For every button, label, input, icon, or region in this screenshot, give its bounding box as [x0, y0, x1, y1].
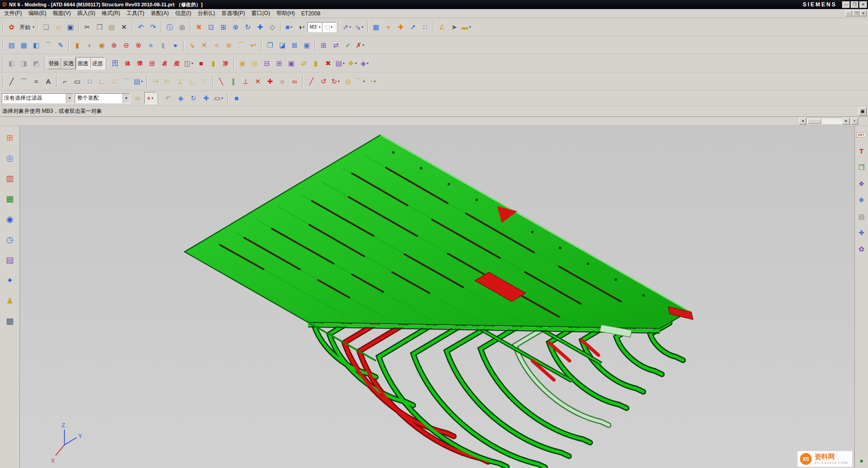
new-component-button[interactable]: ▣ [285, 57, 297, 69]
hole-button[interactable]: ◉ [96, 39, 108, 51]
zoom-in-out-button[interactable]: ⊕ [229, 21, 242, 33]
3d-model-roof-structure[interactable]: ZYX [20, 126, 854, 468]
menu-item-window[interactable]: 窗口(O) [248, 9, 273, 18]
pan-button[interactable]: ✚ [200, 92, 212, 104]
sketch-fillet-button[interactable]: ∟ [96, 75, 108, 87]
scroll-left-button[interactable]: ◄ [799, 118, 806, 125]
chain-select-button[interactable]: ∞ [132, 92, 144, 104]
show-hide-button[interactable]: ✖ [193, 21, 205, 33]
double-circle-button[interactable]: ∞ [288, 75, 301, 87]
paste-button[interactable]: ▤ [106, 21, 118, 33]
move-object-button[interactable]: ⇗▼ [341, 21, 353, 33]
quick-extend-button[interactable]: ⊢ [161, 75, 174, 87]
selection-filter-arrow-icon[interactable]: ▼ [66, 94, 73, 103]
clipboard-button-dropdown-arrow-icon[interactable]: ▼ [342, 62, 345, 65]
cross-mark-button[interactable]: ✕ [252, 75, 264, 87]
mirror-feature-button[interactable]: ⇄ [330, 39, 342, 51]
extrude-button[interactable]: ▮ [71, 39, 83, 51]
arc-ccw-button[interactable]: ↺ [317, 75, 330, 87]
center-grid-button[interactable]: ⊞ [146, 57, 158, 69]
red-segment-button[interactable]: ╱ [305, 75, 317, 87]
component-cylinder-button[interactable]: ▮ [310, 57, 322, 69]
background-box-dropdown-arrow-icon[interactable]: ▼ [330, 26, 333, 29]
body-button[interactable]: 体 [122, 57, 134, 69]
center-circle-button[interactable]: ◎ [342, 75, 354, 87]
render-style-button-dropdown-arrow-icon[interactable]: ▼ [302, 26, 305, 29]
section-curve-button[interactable]: ≈ [210, 39, 223, 51]
trimmed-sheet-button[interactable]: ◪ [276, 39, 288, 51]
marquee-select-button-dropdown-arrow-icon[interactable]: ▼ [221, 97, 224, 100]
web-browser-tab[interactable]: ◉ [3, 213, 17, 226]
part-navigator-tab[interactable]: ▥ [3, 172, 17, 185]
conic-button[interactable]: ◔▼ [366, 75, 379, 87]
view-preset-box-dropdown-arrow-icon[interactable]: ▼ [318, 26, 321, 29]
orbit-button[interactable]: ↻ [187, 92, 200, 104]
interference-button[interactable]: 涉 [219, 57, 232, 69]
text-button[interactable]: A [42, 75, 54, 87]
template-tool-icon[interactable]: T [856, 146, 867, 156]
snap-point-button[interactable]: ⌖▼ [144, 92, 156, 104]
wrap-curve-button[interactable]: ↩ [247, 39, 259, 51]
view-preset-box[interactable]: M3▼ [307, 22, 322, 32]
menu-item-tools[interactable]: 工具(T) [123, 9, 147, 18]
cut-button[interactable]: ✂ [81, 21, 93, 33]
wave-link-button[interactable]: ◈▼ [359, 57, 371, 69]
assembly-navigator-tab[interactable]: ⊞ [3, 131, 17, 144]
rectangle-button[interactable]: ▭ [71, 75, 83, 87]
wave-link-button-dropdown-arrow-icon[interactable]: ▼ [366, 62, 369, 65]
group-button[interactable]: ▤▼ [132, 75, 145, 87]
group-button-dropdown-arrow-icon[interactable]: ▼ [141, 80, 143, 83]
offset-curve-button[interactable]: ≅ [223, 39, 235, 51]
selection-scope-dropdown[interactable]: 整个装配 ▼ [75, 93, 130, 103]
clipboard-button[interactable]: ▤▼ [334, 57, 346, 69]
measure-ruler-button-dropdown-arrow-icon[interactable]: ▼ [468, 26, 471, 29]
green-ball-icon[interactable]: ● [856, 455, 867, 465]
selection-scope-arrow-icon[interactable]: ▼ [122, 94, 130, 103]
menu-item-preferences[interactable]: 首选项(P) [218, 9, 248, 18]
selection-filter-dropdown[interactable]: 没有选择过滤器 ▼ [2, 93, 73, 103]
profile-button[interactable]: ⌐ [59, 75, 71, 87]
find-button[interactable]: ◎ [176, 21, 188, 33]
delete-component-button[interactable]: ✖ [322, 57, 334, 69]
scene-background-tab[interactable]: ▩ [3, 315, 17, 328]
edit-suppress-button[interactable]: ✓ [342, 39, 354, 51]
green-stack-icon[interactable]: ❐ [856, 162, 867, 172]
divide-curve-button[interactable]: ∵ [198, 75, 210, 87]
object-info-button[interactable]: ⓘ [164, 21, 176, 33]
vector-button[interactable]: ↗ [407, 21, 419, 33]
intersect-button[interactable]: ⊗ [132, 39, 145, 51]
menu-item-file[interactable]: 文件(F) [1, 9, 25, 18]
system-scenes-tab[interactable]: ▤ [3, 254, 17, 266]
shaded-display-button[interactable]: ■▼ [283, 21, 295, 33]
molecule-purple-icon[interactable]: ❖ [856, 179, 867, 188]
menu-item-insert[interactable]: 插入(S) [74, 9, 98, 18]
remove-parameters-button-dropdown-arrow-icon[interactable]: ▼ [362, 44, 365, 47]
revolve-button[interactable]: ◗ [83, 39, 96, 51]
intersection-curve-button[interactable]: ✕ [198, 39, 210, 51]
graphics-viewport[interactable]: ZYX XS 资料网 ZL.XS1616.COM [20, 126, 854, 468]
cue-scrollbar[interactable]: ◄ ► [799, 118, 850, 125]
point-set-button[interactable]: ∷ [83, 75, 96, 87]
constraint-navigator-tab[interactable]: ◎ [3, 152, 17, 164]
gold-cylinder-button[interactable]: ▮ [207, 57, 219, 69]
user-tools-tab[interactable]: ✦ [3, 274, 17, 287]
menu-item-view[interactable]: 视图(V) [49, 9, 74, 18]
quick-trim-button[interactable]: ⊣ [149, 75, 161, 87]
open-component-button[interactable]: ◎ [249, 57, 261, 69]
copy-button[interactable]: ❐ [93, 21, 106, 33]
tag-button[interactable]: ◫▼ [183, 57, 195, 69]
nx-logo-button[interactable]: ✿ [5, 21, 18, 33]
bridge-curve-button[interactable]: ⌒ [120, 75, 132, 87]
pan-view-button[interactable]: ✚ [254, 21, 266, 33]
document-icon[interactable]: ▤ [856, 211, 867, 221]
arc-button[interactable]: ⌒ [18, 75, 30, 87]
menu-item-analysis[interactable]: 分析(L) [195, 9, 219, 18]
background-box[interactable]: □▼ [322, 22, 336, 32]
menu-item-assemblies[interactable]: 装配(A) [147, 9, 172, 18]
perspective-button[interactable]: ◇ [266, 21, 278, 33]
assembly-constraint-button[interactable]: ⇘▼ [353, 21, 366, 33]
arc-3pt-button-dropdown-arrow-icon[interactable]: ▼ [363, 80, 366, 83]
roles-tab[interactable]: ♟ [3, 294, 17, 307]
pattern-component-button-dropdown-arrow-icon[interactable]: ▼ [355, 62, 357, 65]
show-component-button[interactable]: ⊟ [261, 57, 273, 69]
